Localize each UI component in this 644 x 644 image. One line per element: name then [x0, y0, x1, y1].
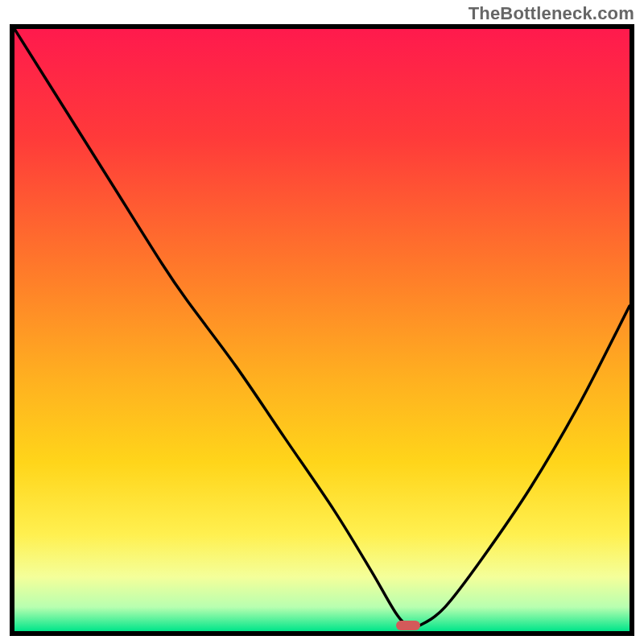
watermark-text: TheBottleneck.com	[469, 3, 634, 24]
optimal-marker	[396, 621, 421, 630]
chart-container: TheBottleneck.com	[0, 0, 644, 644]
bottleneck-curve	[14, 29, 630, 631]
chart-frame	[10, 24, 634, 636]
